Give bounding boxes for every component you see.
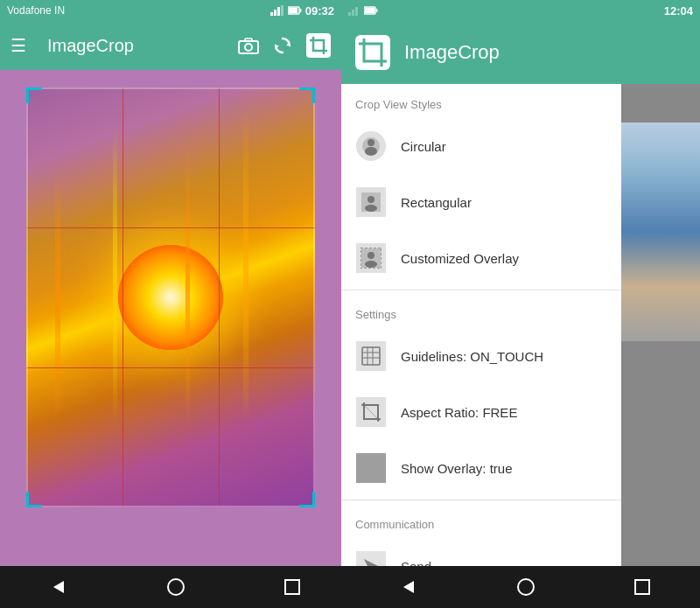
right-background (621, 70, 700, 566)
customized-overlay-icon-container (355, 242, 387, 274)
circular-item[interactable]: Circular (341, 118, 621, 174)
battery-icon-right (364, 6, 378, 15)
time-right: 12:04 (664, 4, 693, 17)
show-overlay-item[interactable]: Show Overlay: true (341, 440, 621, 496)
svg-rect-11 (376, 9, 378, 12)
svg-rect-30 (362, 347, 380, 365)
carrier-text: Vodafone IN (7, 4, 65, 17)
customized-overlay-style-icon (356, 243, 386, 273)
app-title-left: ImageCrop (47, 36, 224, 56)
aspect-ratio-icon (356, 397, 386, 427)
no-signal-icon (348, 5, 360, 16)
corner-handle-tr[interactable] (299, 87, 315, 103)
guidelines-label: Guidelines: ON_TOUCH (401, 349, 543, 364)
hamburger-icon[interactable]: ☰ (10, 35, 26, 56)
svg-point-21 (368, 139, 374, 146)
customized-overlay-label: Customized Overlay (401, 251, 519, 266)
crop-icon-header (355, 35, 390, 70)
status-icons-right (348, 5, 378, 16)
battery-icon-left (288, 6, 302, 15)
back-button-right[interactable] (386, 571, 431, 603)
crop-border (26, 87, 315, 507)
home-button-right[interactable] (502, 570, 550, 604)
crop-icon-left[interactable] (306, 33, 331, 58)
nav-left (0, 566, 350, 608)
circular-icon-container (355, 130, 387, 162)
rectangular-style-icon (356, 187, 386, 217)
circular-style-icon (356, 131, 386, 161)
settings-section-title: Settings (341, 294, 621, 328)
show-overlay-label: Show Overlay: true (401, 461, 513, 476)
rectangular-icon-container (355, 186, 387, 218)
svg-point-41 (518, 579, 534, 595)
svg-point-28 (365, 261, 377, 268)
svg-rect-9 (355, 7, 358, 16)
right-bg-image (621, 122, 700, 341)
svg-marker-40 (403, 581, 414, 593)
svg-rect-1 (274, 10, 276, 16)
nav-right (350, 566, 700, 608)
home-button-left[interactable] (152, 570, 200, 604)
show-overlay-icon-container (355, 452, 387, 484)
aspect-ratio-label: Aspect Ratio: FREE (401, 405, 517, 420)
svg-rect-5 (299, 9, 301, 12)
rotate-icon[interactable] (273, 36, 292, 55)
camera-icon[interactable] (238, 37, 259, 54)
svg-rect-2 (277, 7, 280, 16)
guidelines-item[interactable]: Guidelines: ON_TOUCH (341, 328, 621, 384)
svg-point-24 (368, 196, 374, 203)
svg-rect-6 (289, 8, 298, 13)
svg-point-38 (168, 579, 184, 595)
svg-rect-7 (348, 12, 351, 16)
aspect-ratio-icon-container (355, 396, 387, 428)
time-left: 09:32 (305, 4, 334, 17)
show-overlay-icon (356, 453, 386, 483)
svg-point-22 (365, 147, 377, 156)
svg-rect-12 (365, 8, 374, 13)
toolbar-left: ☰ ImageCrop (0, 21, 341, 70)
toolbar-right: ImageCrop (341, 21, 700, 84)
crop-view-section-title: Crop View Styles (341, 84, 621, 118)
svg-marker-37 (53, 581, 64, 593)
corner-handle-bl[interactable] (26, 492, 42, 507)
recent-button-left[interactable] (270, 572, 314, 602)
corner-handle-br[interactable] (299, 492, 315, 507)
drawer-panel: Crop View Styles Circular (341, 84, 621, 608)
app-title-right: ImageCrop (404, 41, 500, 64)
crop-image (26, 87, 315, 507)
svg-point-25 (365, 205, 377, 212)
svg-point-14 (245, 44, 252, 51)
crop-container (26, 87, 315, 507)
back-button-left[interactable] (36, 571, 81, 603)
customized-overlay-item[interactable]: Customized Overlay (341, 230, 621, 286)
status-icons-left: 09:32 (270, 4, 334, 17)
svg-rect-39 (285, 580, 299, 594)
rectangular-label: Rectangular (401, 195, 472, 210)
svg-rect-3 (281, 5, 284, 16)
rectangular-item[interactable]: Rectangular (341, 174, 621, 230)
svg-point-27 (368, 252, 374, 259)
main-image-area (0, 70, 341, 570)
navigation-bar (0, 566, 700, 608)
divider-1 (341, 290, 621, 290)
circular-label: Circular (401, 139, 446, 154)
signal-icon (270, 5, 284, 16)
svg-rect-8 (352, 10, 354, 16)
svg-rect-15 (245, 38, 252, 41)
guidelines-icon-container (355, 340, 387, 372)
corner-handle-tl[interactable] (26, 87, 42, 103)
status-bar-left: Vodafone IN 09:32 (0, 0, 341, 21)
recent-button-right[interactable] (620, 572, 664, 602)
communication-section-title: Communication (341, 504, 621, 538)
divider-2 (341, 500, 621, 500)
svg-rect-42 (635, 580, 649, 594)
status-bar-right: 12:04 (341, 0, 700, 21)
guidelines-icon (356, 341, 386, 371)
svg-rect-0 (270, 12, 273, 16)
aspect-ratio-item[interactable]: Aspect Ratio: FREE (341, 384, 621, 440)
